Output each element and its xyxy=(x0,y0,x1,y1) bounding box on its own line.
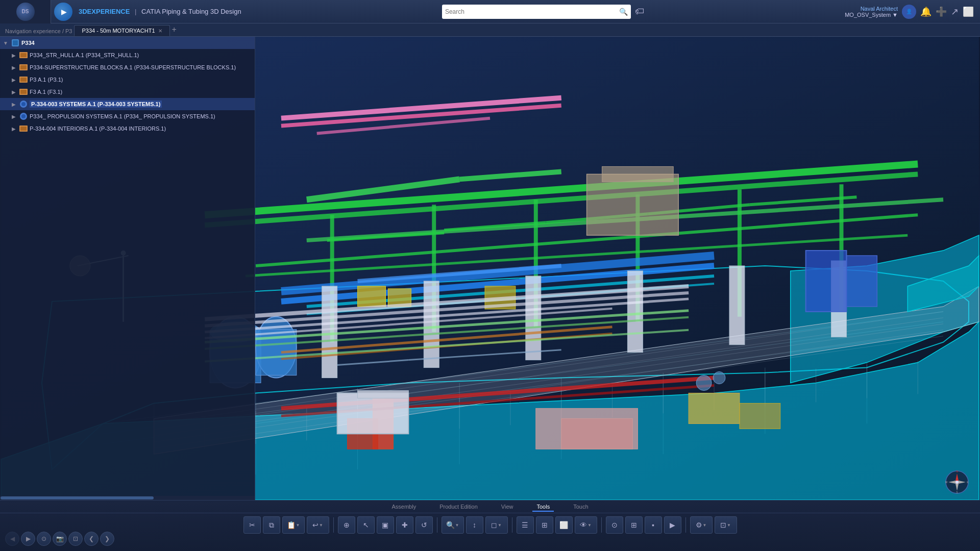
add-tab-button[interactable]: + xyxy=(172,25,177,36)
tree-item-3-label: P3 A.1 (P3.1) xyxy=(30,77,63,83)
svg-rect-108 xyxy=(561,418,633,449)
nav-fit-button[interactable]: ⊡ xyxy=(68,532,83,546)
user-info: Naval Architect MO_OSV_System ▼ xyxy=(845,6,898,18)
search-area[interactable]: 🔍 xyxy=(442,5,631,19)
item7-expand[interactable]: ▶ xyxy=(10,125,17,132)
tree-item-2[interactable]: ▶ P334-SUPERSTRUCTURE BLOCKS A.1 (P334-S… xyxy=(0,61,255,73)
item6-expand[interactable]: ▶ xyxy=(10,113,17,120)
user-role: Naval Architect xyxy=(845,6,898,12)
right-actions: Naval Architect MO_OSV_System ▼ 👤 🔔 ➕ ↗ … xyxy=(845,5,974,19)
item4-icon xyxy=(19,87,28,96)
nav-camera-button[interactable]: 📷 xyxy=(53,532,67,546)
maximize-icon[interactable]: ⬜ xyxy=(963,6,974,17)
tabbar: Navigation experience / P3 P334 - 50m MO… xyxy=(0,23,980,37)
normal-view-button[interactable]: ↕ xyxy=(466,516,483,534)
layout-dropdown-button[interactable]: ⊡▼ xyxy=(715,516,737,534)
snap-button[interactable]: ⊙ xyxy=(606,516,623,534)
item2-icon xyxy=(19,63,28,72)
tab-product-edition[interactable]: Product Edition xyxy=(435,503,482,512)
svg-rect-15 xyxy=(20,127,27,131)
section-button[interactable]: ▪ xyxy=(645,516,662,534)
display-mode3-button[interactable]: ⬜ xyxy=(555,516,573,534)
notification-icon[interactable]: 🔔 xyxy=(920,6,932,17)
tree-item-2-label: P334-SUPERSTRUCTURE BLOCKS A.1 (P334-SUP… xyxy=(30,64,236,70)
share-icon[interactable]: ↗ xyxy=(951,6,959,17)
display-mode2-button[interactable]: ⊞ xyxy=(536,516,553,534)
toolbar-tabs: Assembly Product Edition View Tools Touc… xyxy=(0,500,980,513)
rotate-button[interactable]: ↺ xyxy=(415,516,433,534)
tag-icon[interactable]: 🏷 xyxy=(635,6,644,17)
grid-button[interactable]: ⊞ xyxy=(625,516,643,534)
sep3 xyxy=(512,517,512,533)
svg-rect-77 xyxy=(526,276,541,360)
svg-rect-7 xyxy=(20,78,27,82)
display-mode-button[interactable]: ☰ xyxy=(517,516,534,534)
active-tab-suffix: 1 xyxy=(152,28,155,34)
select-filter-button[interactable]: ⊕ xyxy=(338,516,355,534)
cross-select-button[interactable]: ✚ xyxy=(396,516,413,534)
tree-item-6-label: P334_ PROPULSION SYSTEMS A.1 (P334_ PROP… xyxy=(30,113,215,119)
item4-expand[interactable]: ▶ xyxy=(10,88,17,95)
tab-view[interactable]: View xyxy=(497,503,518,512)
svg-rect-79 xyxy=(729,266,745,345)
search-input[interactable] xyxy=(445,8,619,15)
app-title: 3DEXPERIENCE | CATIA Piping & Tubing 3D … xyxy=(79,8,241,15)
close-tab-icon[interactable]: ✕ xyxy=(158,28,162,34)
sidebar-hscrollbar[interactable] xyxy=(0,496,255,500)
nav-next-button[interactable]: ❯ xyxy=(100,532,114,546)
3dview-dropdown-button[interactable]: ◻▼ xyxy=(485,516,508,534)
tree-item-7[interactable]: ▶ P-334-004 INTERIORS A.1 (P-334-004 INT… xyxy=(0,122,255,135)
play-button[interactable] xyxy=(54,3,72,21)
topbar: DS 3DEXPERIENCE | CATIA Piping & Tubing … xyxy=(0,0,980,23)
tree-item-1[interactable]: ▶ P334_STR_HULL A.1 (P334_STR_HULL.1) xyxy=(0,49,255,61)
svg-rect-9 xyxy=(20,90,27,94)
svg-rect-91 xyxy=(358,286,386,307)
select-button[interactable]: ↖ xyxy=(357,516,375,534)
root-icon xyxy=(11,38,20,47)
cut-button[interactable]: ✂ xyxy=(243,516,261,534)
item1-icon xyxy=(19,51,28,60)
tree-item-3[interactable]: ▶ P3 A.1 (P3.1) xyxy=(0,73,255,86)
active-tab-label: P334 - 50m MOTORYACHT xyxy=(82,28,152,34)
add-icon[interactable]: ➕ xyxy=(936,6,947,17)
tree-item-6[interactable]: ▶ P334_ PROPULSION SYSTEMS A.1 (P334_ PR… xyxy=(0,110,255,122)
logo-area: DS xyxy=(0,0,51,23)
tree-item-4[interactable]: ▶ F3 A.1 (F3.1) xyxy=(0,86,255,98)
tab-touch[interactable]: Touch xyxy=(569,503,592,512)
play-button-tb[interactable]: ▶ xyxy=(664,516,681,534)
nav-back-button[interactable]: ◀ xyxy=(5,532,19,546)
view-dropdown-button[interactable]: 👁▼ xyxy=(575,516,597,534)
undo-dropdown-button[interactable]: ↩▼ xyxy=(307,516,329,534)
svg-rect-76 xyxy=(424,281,439,368)
nav-forward-button[interactable]: ▶ xyxy=(21,532,35,546)
item1-expand[interactable]: ▶ xyxy=(10,52,17,59)
tree-item-4-label: F3 A.1 (F3.1) xyxy=(30,89,62,95)
tools-dropdown-button[interactable]: ⚙▼ xyxy=(690,516,713,534)
svg-rect-109 xyxy=(689,393,740,423)
paste-dropdown-button[interactable]: 📋▼ xyxy=(282,516,305,534)
item3-expand[interactable]: ▶ xyxy=(10,76,17,83)
user-id: MO_OSV_System ▼ xyxy=(845,12,898,18)
box-select-button[interactable]: ▣ xyxy=(377,516,394,534)
item5-expand[interactable]: ▶ xyxy=(10,101,17,108)
item2-expand[interactable]: ▶ xyxy=(10,64,17,71)
hscrollbar-thumb[interactable] xyxy=(1,496,154,499)
tab-assembly[interactable]: Assembly xyxy=(388,503,421,512)
zoom-dropdown-button[interactable]: 🔍▼ xyxy=(442,516,464,534)
active-tab[interactable]: P334 - 50m MOTORYACHT 1 ✕ xyxy=(74,25,169,36)
root-expand-icon[interactable]: ▼ xyxy=(2,39,9,46)
sidebar-collapse-button[interactable]: ◀ xyxy=(255,258,255,279)
nav-reset-button[interactable]: ⊙ xyxy=(37,532,51,546)
tree-root[interactable]: ▼ P334 xyxy=(0,37,255,49)
copy-button[interactable]: ⧉ xyxy=(263,516,280,534)
nav-path-link[interactable]: Navigation experience / P3 xyxy=(5,28,72,34)
nav-prev-button[interactable]: ❮ xyxy=(84,532,99,546)
svg-point-118 xyxy=(713,372,725,384)
tree-item-5[interactable]: ▶ P-334-003 SYSTEMS A.1 (P-334-003 SYSTE… xyxy=(0,98,255,110)
search-icon[interactable]: 🔍 xyxy=(619,8,628,16)
ds-logo: DS xyxy=(16,3,35,21)
sidebar: ▼ P334 ▶ P334_STR_HULL A.1 (P334_STR_HUL… xyxy=(0,37,255,500)
item3-icon xyxy=(19,75,28,84)
tab-tools[interactable]: Tools xyxy=(532,503,554,512)
avatar[interactable]: 👤 xyxy=(902,5,916,19)
